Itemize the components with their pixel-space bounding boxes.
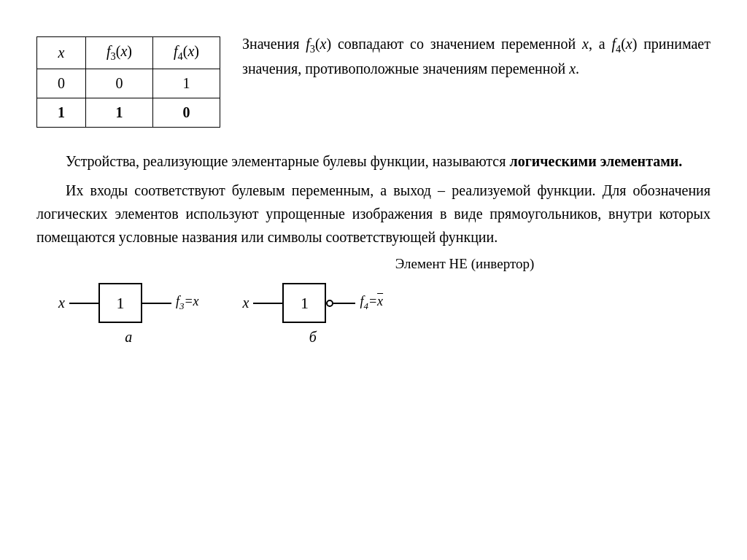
main-text: Устройства, реализующие элементарные бул… [36,149,711,249]
diagram-a-input-label: x [58,295,65,311]
col-f4: f4(x) [153,37,220,69]
diagram-b-line-right [333,303,355,304]
top-section: x f3(x) f4(x) 0 0 1 1 1 0 Значения f3( [36,29,711,128]
cell-f4-1: 0 [153,98,220,128]
truth-table: x f3(x) f4(x) 0 0 1 1 1 0 [36,36,220,128]
diagram-b-box: 1 [282,283,326,323]
paragraph-2: Их входы соответствуют булевым переменны… [36,179,711,249]
diagram-a-output-label: f3=x [176,294,199,312]
col-x: x [37,37,86,69]
cell-f4-0: 1 [153,69,220,98]
diagrams-row: x 1 f3=x а x 1 f4=x б [36,283,711,346]
table-row: 1 1 0 [37,98,220,128]
diagram-b-input-label: x [243,295,249,311]
element-label: Элемент НЕ (инвертор) [219,256,711,272]
diagram-b: x 1 f4=x б [243,283,384,346]
diagram-b-caption: б [309,329,317,346]
cell-x0: 0 [37,69,86,98]
cell-x1: 1 [37,98,86,128]
diagram-b-output-label: f4=x [360,294,383,312]
cell-f3-0: 0 [86,69,153,98]
cell-f3-1: 1 [86,98,153,128]
description-text: Значения f3(x) совпадают со значением пе… [242,29,711,128]
diagram-a: x 1 f3=x а [58,283,199,346]
col-f3: f3(x) [86,37,153,69]
diagram-b-line-left [253,303,282,304]
diagram-a-line-right [142,303,171,304]
diagram-b-circle [326,300,333,307]
diagram-b-figure: x 1 f4=x [243,283,384,323]
table-row: 0 0 1 [37,69,220,98]
diagram-a-figure: x 1 f3=x [58,283,199,323]
diagrams-section: Элемент НЕ (инвертор) x 1 f3=x а x 1 [36,256,711,346]
diagram-a-box: 1 [98,283,142,323]
diagram-a-caption: а [125,329,132,346]
paragraph-1: Устройства, реализующие элементарные бул… [36,149,711,173]
diagram-a-line-left [69,303,98,304]
